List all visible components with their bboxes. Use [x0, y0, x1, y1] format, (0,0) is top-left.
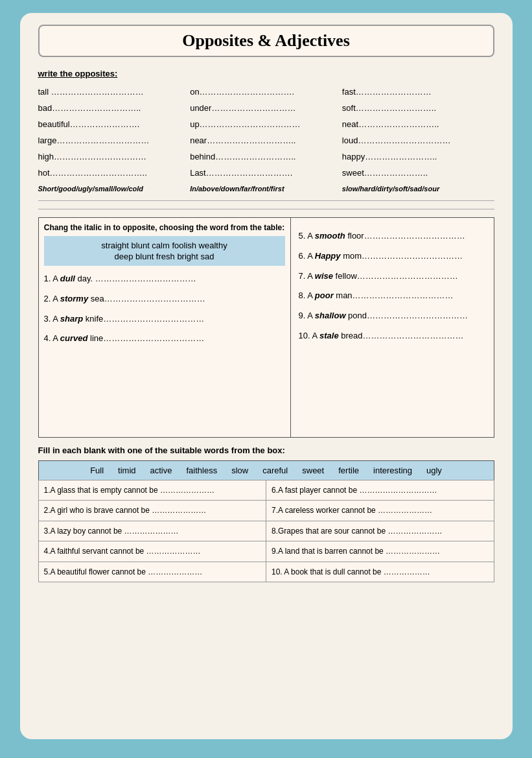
fill-left-cell: 1.A glass that is empty cannot be …………………	[38, 480, 266, 501]
exercise-item: 5. A smooth floor………………………………	[299, 230, 486, 243]
right-exercise-box: 5. A smooth floor………………………………6. A Happy …	[291, 217, 494, 438]
section3-label: Fill in each blank with one of the suita…	[38, 445, 494, 455]
word-box-item: fertile	[338, 466, 359, 475]
fill-left-cell: 2.A girl who is brave cannot be …………………	[38, 501, 266, 521]
opp-item: hot……………………………..	[38, 165, 191, 181]
opp-item: large……………………………	[38, 132, 191, 148]
table-row: 5.A beautiful flower cannot be …………………10…	[38, 562, 494, 582]
opp-item: neat………………………..	[342, 116, 494, 132]
opp-item: Last………………………….	[190, 165, 342, 181]
word-box-item: interesting	[373, 466, 412, 475]
word-box-item: slow	[231, 466, 248, 475]
fill-left-cell: 5.A beautiful flower cannot be …………………	[38, 562, 266, 582]
word-row2: deep blunt fresh bright sad	[49, 252, 280, 261]
exercise-item: 2. A stormy sea………………………………	[44, 292, 285, 306]
section3-word-box: Fulltimidactivefaithlessslowcarefulsweet…	[38, 460, 494, 480]
exercise-item: 9. A shallow pond………………………………	[299, 309, 486, 323]
word-box-item: careful	[262, 466, 288, 475]
word-box-item: active	[150, 466, 172, 475]
opp-item: happy……………………..	[342, 148, 494, 165]
left-exercises: 1. A dull day. ………………………………2. A stormy s…	[44, 272, 285, 346]
fill-right-cell: 6.A fast player cannot be …………………………	[266, 480, 494, 501]
opp-item: sweet…………………..	[342, 165, 494, 181]
opposites-grid: tall ……………………………bad…………………………..beautiful…	[38, 84, 494, 181]
fill-right-cell: 7.A careless worker cannot be …………………	[266, 501, 494, 521]
left-exercise-box: Chang the italic in to opposite, choosin…	[38, 217, 291, 438]
table-row: 2.A girl who is brave cannot be …………………7…	[38, 501, 494, 521]
opp-item: beautiful…………………….	[38, 116, 191, 132]
hint2: In/above/down/far/front/first	[190, 185, 342, 193]
exercise-item: 4. A curved line………………………………	[44, 332, 285, 346]
fill-right-cell: 9.A land that is barren cannot be …………………	[266, 541, 494, 562]
instruction-text: Chang the italic in to opposite, choosin…	[44, 223, 285, 232]
col2: on…………………………….under…………………………up…………………………	[190, 84, 342, 181]
divider1	[38, 200, 494, 201]
opp-item: up………………………………	[190, 116, 342, 132]
opp-item: soft………………………..	[342, 100, 494, 116]
table-row: 4.A faithful servant cannot be …………………9.…	[38, 541, 494, 562]
word-box-item: sweet	[302, 466, 324, 475]
exercise-item: 8. A poor man………………………………	[299, 289, 486, 303]
hint1: Short/good/ugly/small/low/cold	[38, 185, 191, 193]
fill-right-cell: 8.Grapes that are sour cannot be …………………	[266, 521, 494, 541]
fill-left-cell: 3.A lazy boy cannot be …………………	[38, 521, 266, 541]
table-row: 3.A lazy boy cannot be …………………8.Grapes t…	[38, 521, 494, 541]
opp-item: fast………………………	[342, 84, 494, 100]
word-row1: straight blunt calm foolish wealthy	[49, 241, 280, 250]
col3: fast………………………soft………………………..neat………………………	[342, 84, 494, 181]
word-table: straight blunt calm foolish wealthy deep…	[44, 236, 285, 266]
exercise-item: 7. A wise fellow………………………………	[299, 270, 486, 283]
fill-left-cell: 4.A faithful servant cannot be …………………	[38, 541, 266, 562]
opp-item: near…………………………..	[190, 132, 342, 148]
opp-item: on…………………………….	[190, 84, 342, 100]
worksheet-page: Opposites & Adjectives write the opposit…	[20, 13, 513, 739]
fill-table: 1.A glass that is empty cannot be …………………	[38, 480, 494, 582]
section2-container: Chang the italic in to opposite, choosin…	[38, 217, 494, 438]
opp-item: high……………………………	[38, 148, 191, 165]
divider2	[38, 209, 494, 209]
opp-item: behind………………………..	[190, 148, 342, 165]
col1: tall ……………………………bad…………………………..beautiful…	[38, 84, 191, 181]
word-box-item: faithless	[187, 466, 218, 475]
opp-item: bad…………………………..	[38, 100, 191, 116]
table-row: 1.A glass that is empty cannot be …………………	[38, 480, 494, 501]
opp-item: loud……………………………	[342, 132, 494, 148]
hint3: slow/hard/dirty/soft/sad/sour	[342, 185, 494, 193]
section1-label: write the opposites:	[38, 69, 494, 78]
fill-right-cell: 10. A book that is dull cannot be ………………	[266, 562, 494, 582]
word-box-item: Full	[90, 466, 104, 475]
right-exercises: 5. A smooth floor………………………………6. A Happy …	[299, 230, 486, 343]
page-title: Opposites & Adjectives	[38, 25, 494, 57]
exercise-item: 6. A Happy mom………………………………	[299, 250, 486, 263]
word-box-item: timid	[118, 466, 135, 475]
word-box-item: ugly	[426, 466, 442, 475]
exercise-item: 3. A sharp knife………………………………	[44, 313, 285, 326]
opp-item: under…………………………	[190, 100, 342, 116]
exercise-item: 10. A stale bread………………………………	[299, 329, 486, 343]
opp-item: tall ……………………………	[38, 84, 191, 100]
exercise-item: 1. A dull day. ………………………………	[44, 272, 285, 286]
hints-row: Short/good/ugly/small/low/cold In/above/…	[38, 185, 494, 193]
